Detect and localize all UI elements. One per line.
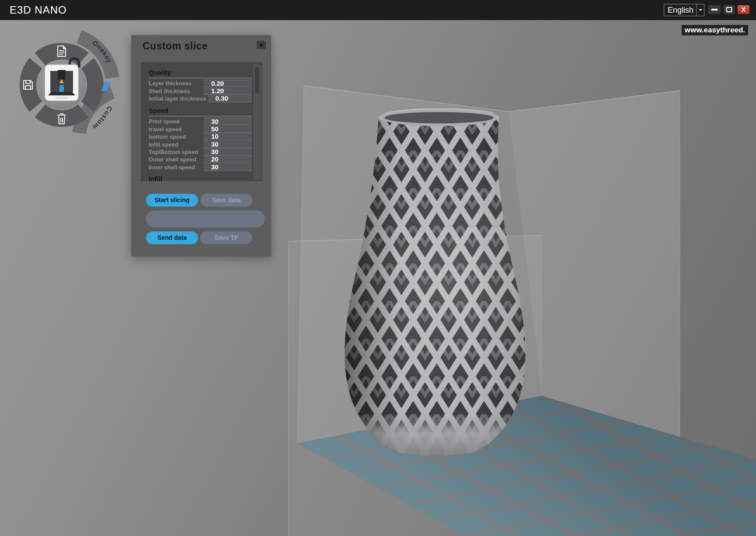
language-label: English [668, 6, 693, 15]
param-label: Inner shell speed [149, 164, 195, 171]
param-row: Print speed 30 [149, 118, 252, 125]
printer-logo [56, 97, 68, 99]
radial-menu: Onekey Custom [9, 26, 131, 153]
initial-layer-thickness-input[interactable]: 0.30 [208, 95, 252, 102]
parameters-panel: Quality Layer thickness 0.20 Shell thick… [141, 62, 262, 181]
param-value: 20 [204, 156, 252, 162]
param-row: Layer thickness 0.20 [149, 80, 252, 87]
panel-scrollbar[interactable] [254, 65, 261, 179]
param-label: Top/Bottom speed [149, 149, 198, 155]
param-label: infill speed [149, 141, 178, 148]
param-value: 50 [204, 126, 252, 132]
dialog-title: Custom slice [143, 40, 208, 52]
infill-speed-input[interactable]: 30 [204, 141, 252, 148]
titlebar: E3D NANO English X [0, 0, 756, 20]
edit-segment[interactable] [87, 63, 95, 107]
layer-thickness-input[interactable]: 0.20 [204, 80, 252, 87]
app-title: E3D NANO [10, 4, 67, 16]
param-value: 1.20 [204, 88, 252, 94]
save-data-button[interactable]: Save data [200, 194, 252, 207]
outer-shell-speed-input[interactable]: 20 [204, 156, 252, 163]
param-row: Outer shell speed 20 [149, 156, 252, 163]
param-row: travel speed 50 [149, 126, 252, 133]
param-label: Shell thickness [149, 88, 190, 95]
scrollbar-thumb[interactable] [255, 67, 259, 94]
extruder [58, 70, 66, 80]
watermark: www.easythreed. [682, 25, 748, 35]
param-row: Inner shell speed 30 [149, 164, 252, 171]
slicing-progress-bar [146, 210, 265, 228]
print-bed [48, 92, 75, 95]
param-value: 30 [204, 164, 252, 170]
shell-thickness-input[interactable]: 1.20 [204, 88, 252, 95]
param-row: Top/Bottom speed 30 [149, 148, 252, 156]
print-speed-input[interactable]: 30 [204, 118, 252, 125]
param-row: Initial layer thickness 0.30 [149, 95, 252, 102]
travel-speed-input[interactable]: 50 [204, 126, 252, 133]
param-row: bottom speed 10 [149, 133, 252, 140]
param-label: Layer thickness [149, 80, 192, 87]
top-bottom-speed-input[interactable]: 30 [204, 148, 252, 156]
printer-image [37, 59, 86, 109]
close-button[interactable]: X [738, 5, 749, 14]
inner-shell-speed-input[interactable]: 30 [204, 164, 252, 171]
param-label: Initial layer thickness [149, 95, 206, 102]
app-window: E3D NANO English X www.easythreed. Oneke… [0, 0, 756, 536]
bottom-speed-input[interactable]: 10 [204, 133, 252, 140]
chevron-down-icon[interactable] [696, 4, 704, 16]
section-header-quality: Quality [149, 69, 252, 78]
start-slicing-button[interactable]: Start slicing [146, 194, 198, 207]
dialog-close-button[interactable]: × [257, 41, 266, 49]
section-header-infill: Infill [149, 175, 252, 181]
custom-slice-dialog: Custom slice × Quality Layer thickness 0… [131, 35, 271, 256]
maximize-button[interactable] [724, 5, 735, 14]
param-label: Print speed [149, 118, 180, 125]
param-row: infill speed 30 [149, 140, 252, 148]
param-row: Shell thickness 1.20 [149, 87, 252, 95]
param-value: 0.20 [204, 80, 252, 87]
param-value: 0.30 [208, 95, 252, 102]
param-label: Outer shell speed [149, 156, 196, 163]
send-data-button[interactable]: Send data [146, 231, 198, 244]
language-dropdown[interactable]: English [664, 4, 704, 16]
param-label: travel speed [149, 126, 182, 133]
param-value: 30 [204, 118, 252, 125]
save-tf-button[interactable]: Save TF [200, 231, 252, 244]
param-value: 10 [204, 133, 252, 140]
vase-opening [384, 112, 494, 123]
param-value: 30 [204, 148, 252, 155]
param-label: bottom speed [149, 133, 186, 140]
minimize-button[interactable] [708, 5, 721, 14]
section-header-speed: Speed [149, 107, 252, 116]
param-value: 30 [204, 141, 252, 147]
